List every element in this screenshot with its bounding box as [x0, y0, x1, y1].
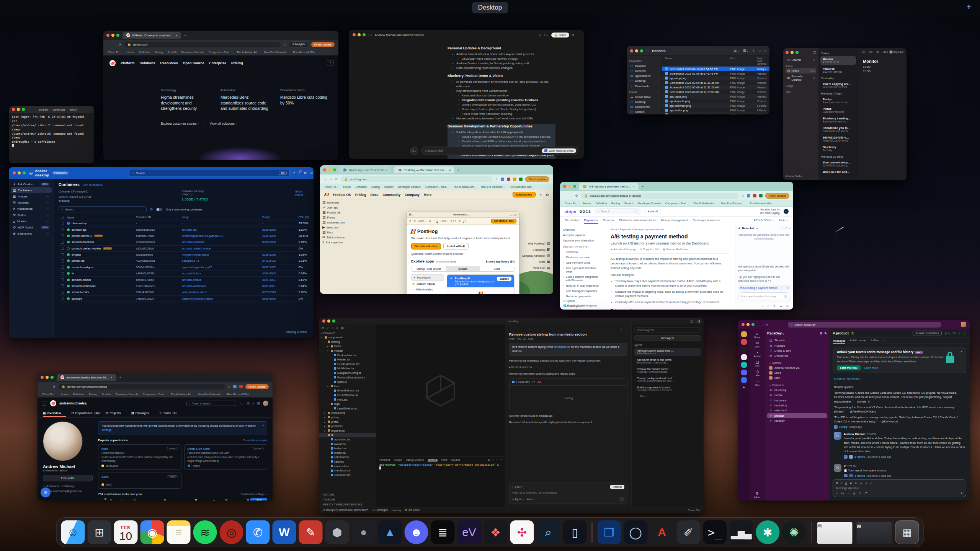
browse-app-library-link[interactable]: Browse app library (34) [486, 260, 514, 263]
extension-icon[interactable] [239, 385, 243, 388]
tree-item[interactable]: NavigationConfig.ts [319, 371, 376, 375]
explore-button[interactable]: Explore [497, 277, 511, 281]
bookmark-item[interactable]: House [127, 51, 134, 54]
agents-more[interactable]: ⋯ More [634, 394, 701, 399]
strike-icon[interactable]: S [850, 482, 852, 485]
browser-tab-active[interactable]: 🦔 PostHog — We make dev too… × [394, 166, 454, 173]
sidebar-item[interactable]: ◫Shared [629, 109, 659, 114]
music-app[interactable]: ◎ [220, 520, 243, 544]
extension-icon[interactable] [513, 178, 516, 181]
traffic-lights[interactable] [742, 323, 755, 326]
dm-item[interactable]: Miles [767, 370, 827, 375]
sidebar-item[interactable]: Overview [563, 227, 602, 232]
browser-tab[interactable]: 🐙GitHub · Change is constant…× [122, 32, 181, 39]
link-icon[interactable]: ⧉ [855, 482, 857, 485]
slack-search-input[interactable]: ⌕ Search RaceDay [788, 322, 941, 328]
workspace-icon[interactable] [741, 377, 747, 383]
contribution-settings[interactable]: Contribution settings ⌄ [240, 493, 267, 496]
tree-item[interactable]: DesktopNav.tsx [319, 353, 376, 357]
bookmark-item[interactable]: Definition [356, 186, 367, 188]
forward-icon[interactable]: → [330, 178, 333, 181]
bookmark-item[interactable]: Scratch [624, 202, 634, 205]
figma[interactable]: ❖ [484, 520, 508, 544]
address-bar[interactable]: 🔒 github.com/andrewmichaelsa [58, 384, 225, 390]
cube-app[interactable]: ⬢ [325, 520, 349, 544]
bookmark-item[interactable]: Developer Console [181, 51, 204, 54]
back-icon[interactable]: ← [324, 178, 327, 181]
close-icon[interactable]: × [789, 227, 791, 230]
profile-tab[interactable]: ⊟Repositories14 [71, 409, 100, 417]
bookmark-item[interactable]: The AI-Native Art… [693, 202, 716, 205]
customer-story-card[interactable]: Automotive Mercedes-Benz standardizes so… [220, 88, 272, 111]
back-icon[interactable]: ← [564, 194, 567, 197]
repo-card[interactable]: PublicDeep-Live-Cam Forked from hackside… [184, 444, 268, 470]
customer-story-card[interactable]: Financial services Mercado Libre cuts co… [280, 88, 332, 111]
container-row[interactable]: scrunch-redis 766d4c820b2f valkey/valkey… [59, 289, 309, 295]
read-file-step[interactable]: ▸ Read Header.tsx [509, 365, 627, 370]
bookmark-item[interactable]: Scratch [102, 393, 111, 396]
row-checkbox[interactable] [61, 253, 64, 256]
sidebar-item[interactable]: ▤Applications [629, 73, 659, 78]
file-row[interactable]: Screenshot 2026-02-09 at 11.31.26 AM PNG… [662, 85, 769, 90]
nav-payments[interactable]: Payments [584, 217, 598, 224]
toolbar-icon[interactable]: ☻ [779, 305, 782, 308]
finder-window[interactable]: ‹ › Recents ☰⌄ ⊞⌄ ⇧ ⌂ ⌕ Favourites ⬡Drop… [627, 46, 769, 114]
file-row[interactable]: app-terminal.png PNG image 8 February 20… [662, 112, 769, 114]
year-2026[interactable]: 2026 [250, 498, 267, 500]
nav-open-source[interactable]: Open Source [183, 61, 204, 65]
customer-story-card[interactable]: Technology Figma streamlines development… [161, 88, 212, 111]
dock-separator[interactable] [811, 522, 812, 543]
github-logo[interactable]: 🐙 [50, 400, 56, 406]
new-tab-button[interactable]: + [119, 376, 121, 379]
new-agent-button[interactable]: New Agent [634, 335, 701, 341]
file-row[interactable]: Screenshot 2026-02-10 at 6.54.56 PM PNG … [662, 67, 769, 71]
feedback-link[interactable]: Give feedback ⧉ [83, 184, 103, 187]
emoji-icon[interactable]: ☺ [847, 492, 850, 495]
sidebar-item[interactable]: ◧Images [11, 193, 52, 199]
bookmark-item[interactable]: Racing [371, 186, 380, 188]
note-list-item[interactable]: You're copying onl…Yesterday for the thi… [820, 81, 856, 90]
sidebar-item[interactable]: ◫Containers [11, 187, 52, 193]
row-checkbox[interactable] [61, 291, 64, 294]
issues-icon[interactable]: ⊙ [247, 401, 250, 405]
add-tab-icon[interactable]: + [884, 339, 885, 342]
extension-icon[interactable] [233, 385, 237, 388]
new-chat-icon[interactable]: + [781, 227, 783, 230]
bookmark-item[interactable]: Composer – Trad… [209, 51, 232, 54]
bookmark-item[interactable]: Developer Console [638, 202, 661, 205]
run-icon[interactable]: ▷ [336, 326, 338, 330]
bookmark-item[interactable]: Churn Po… [565, 202, 579, 205]
star-icon[interactable]: ☆ [228, 385, 230, 388]
sidebar-item[interactable]: Use Managed Payments [563, 288, 602, 293]
layout-icons[interactable]: ◫ ▭ ◨ [691, 320, 700, 323]
invite-teammates-button[interactable]: ⊕ Invite teammates [913, 331, 941, 336]
minimized-window-dark[interactable]: W [857, 522, 892, 544]
send-icon[interactable]: ↑ [619, 497, 624, 502]
copy-for-llm-button[interactable]: ⧉ Copy for LLM [640, 248, 659, 251]
live-share[interactable]: ⧉ Live Share [405, 509, 420, 512]
cursor-tab-toggle[interactable]: Cursor Tab [688, 509, 700, 512]
view-as-markdown-button[interactable]: ▤ View as Markdown [663, 248, 688, 251]
agents-search-input[interactable]: Search Agents… [634, 327, 701, 333]
message-composer[interactable]: BIUS⧉≔≡⌗ Message #product +Aa☺@⊡🎤➤ [833, 479, 966, 497]
bookmark-item[interactable]: House [343, 186, 351, 188]
forward-icon[interactable]: → [570, 194, 573, 197]
channel-item[interactable]: #hardware [767, 398, 827, 403]
country-selector[interactable]: 🏳 Cyprus [563, 300, 575, 302]
ask-ai-button[interactable]: ✦ Ask AI [644, 209, 661, 214]
word[interactable]: W [273, 520, 296, 544]
source-control-icon[interactable]: ⑂ [332, 326, 333, 330]
close-icon[interactable]: × [960, 350, 962, 353]
sidebar-item[interactable]: Accept a payment [563, 232, 602, 238]
undo-icon[interactable]: ↺ [409, 220, 411, 223]
thread-replies[interactable]: 4 repliesLast reply 8 days ago [844, 474, 891, 477]
docs-search-input[interactable]: ⌕ Search/ [595, 209, 640, 214]
nav-apis-sdks[interactable]: APIs & SDKs ⌄ [754, 218, 775, 222]
row-checkbox[interactable] [61, 259, 64, 262]
sidebar-item[interactable]: ▤Directories [767, 353, 827, 358]
extension-icon[interactable] [747, 194, 750, 197]
desktop-icon[interactable]: ▶demo.mov [322, 225, 339, 229]
nav-company[interactable]: Company [405, 193, 420, 197]
traffic-lights[interactable] [12, 108, 25, 111]
discord[interactable]: ☻ [405, 520, 428, 544]
